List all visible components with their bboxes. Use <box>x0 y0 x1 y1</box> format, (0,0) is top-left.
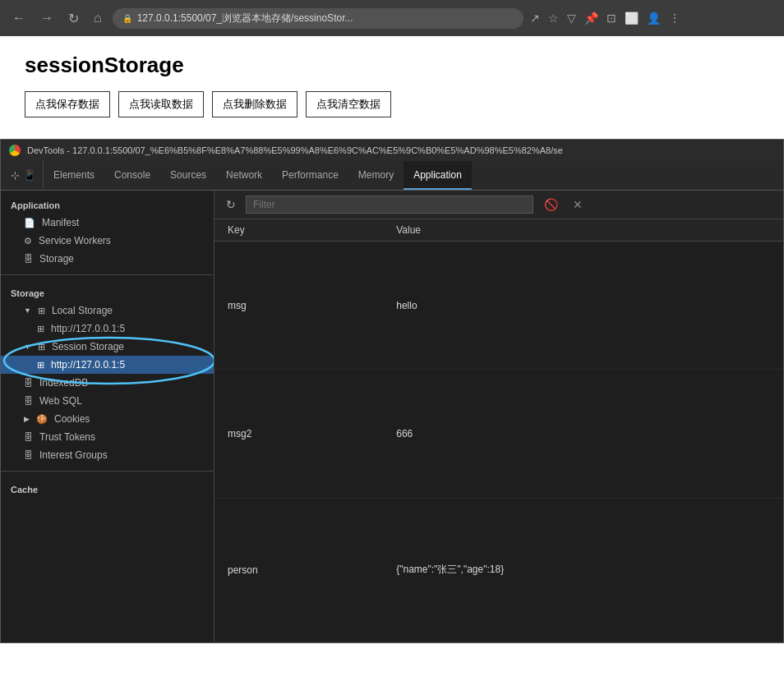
cookies-icon: 🍪 <box>36 414 48 425</box>
filter-cancel-icon[interactable]: 🚫 <box>540 196 562 213</box>
table-cell-key: msg2 <box>214 370 383 498</box>
delete-button[interactable]: 点我删除数据 <box>212 91 297 117</box>
devtools-icon-area: ⊹ 📱 <box>4 161 44 190</box>
sidebar-item-service-workers[interactable]: ⚙ Service Workers <box>1 232 214 250</box>
websql-icon: 🗄 <box>24 396 33 406</box>
tab-elements[interactable]: Elements <box>44 161 104 190</box>
address-bar[interactable]: 🔒 127.0.0.1:5500/07_浏览器本地存储/sessinoStor.… <box>113 8 523 29</box>
tab-console[interactable]: Console <box>104 161 160 190</box>
local-storage-icon: ⊞ <box>38 306 45 316</box>
sidebar-header-cache: Cache <box>1 478 214 498</box>
table-row[interactable]: person{"name":"张三","age":18} <box>214 498 783 642</box>
sidebar-section-storage: Storage ▼ ⊞ Local Storage ⊞ http://127.0… <box>1 282 214 464</box>
devtools-device-icon[interactable]: 📱 <box>23 169 36 182</box>
page-content: sessionStorage 点我保存数据 点我读取数据 点我删除数据 点我清空… <box>0 36 784 139</box>
clear-button[interactable]: 点我清空数据 <box>306 91 391 117</box>
page-title: sessionStorage <box>25 53 759 78</box>
devtools-window: DevTools - 127.0.0.1:5500/07_%E6%B5%8F%E… <box>0 139 784 643</box>
sidebar-item-local-storage[interactable]: ▼ ⊞ Local Storage <box>1 301 214 320</box>
button-row: 点我保存数据 点我读取数据 点我删除数据 点我清空数据 <box>25 91 759 117</box>
forward-button[interactable]: → <box>36 9 58 27</box>
save-button[interactable]: 点我保存数据 <box>25 91 110 117</box>
table-cell-key: msg <box>214 242 383 370</box>
devtools-cursor-icon[interactable]: ⊹ <box>11 169 20 182</box>
tab-application[interactable]: Application <box>404 161 472 190</box>
devtools-sidebar: Application 📄 Manifest ⚙ Service Workers… <box>1 191 214 642</box>
filter-clear-button[interactable]: ✕ <box>569 196 587 213</box>
sidebar-item-manifest[interactable]: 📄 Manifest <box>1 214 214 232</box>
tab-performance[interactable]: Performance <box>272 161 348 190</box>
bookmark-icon[interactable]: ☆ <box>548 12 559 25</box>
sidebar-item-indexeddb[interactable]: 🗄 IndexedDB <box>1 374 214 392</box>
filter-input[interactable] <box>246 196 533 214</box>
session-storage-group: ▼ ⊞ Session Storage ⊞ http://127.0.0.1:5 <box>1 338 214 374</box>
devtools-title: DevTools - 127.0.0.1:5500/07_%E6%B5%8F%E… <box>27 145 563 155</box>
session-storage-url-icon: ⊞ <box>37 360 44 371</box>
window-icon[interactable]: ⬜ <box>625 12 639 25</box>
sidebar-item-storage-app[interactable]: 🗄 Storage <box>1 250 214 268</box>
table-cell-value: 666 <box>383 370 783 498</box>
col-header-key: Key <box>214 219 383 242</box>
session-storage-arrow: ▼ <box>24 343 31 351</box>
profile-icon[interactable]: 👤 <box>647 12 661 25</box>
service-workers-icon: ⚙ <box>24 236 32 246</box>
storage-app-icon: 🗄 <box>24 254 33 264</box>
table-row[interactable]: msghello <box>214 242 783 370</box>
tab-sources[interactable]: Sources <box>160 161 216 190</box>
manifest-icon: 📄 <box>24 218 35 228</box>
indexeddb-icon: 🗄 <box>24 378 33 388</box>
sidebar-divider-1 <box>1 274 214 275</box>
url-text: 127.0.0.1:5500/07_浏览器本地存储/sessinoStor... <box>137 12 353 25</box>
extension2-icon[interactable]: 📌 <box>584 12 598 25</box>
table-cell-value: {"name":"张三","age":18} <box>383 498 783 642</box>
sidebar-item-trust-tokens[interactable]: 🗄 Trust Tokens <box>1 428 214 446</box>
extension1-icon[interactable]: ▽ <box>567 12 576 25</box>
browser-chrome: ← → ↻ ⌂ 🔒 127.0.0.1:5500/07_浏览器本地存储/sess… <box>0 0 784 36</box>
sidebar-item-session-storage-url[interactable]: ⊞ http://127.0.0.1:5 <box>1 356 214 374</box>
extension3-icon[interactable]: ⊡ <box>606 12 616 25</box>
sidebar-divider-2 <box>1 471 214 472</box>
local-storage-arrow: ▼ <box>24 306 31 315</box>
back-button[interactable]: ← <box>8 9 30 27</box>
sidebar-section-application: Application 📄 Manifest ⚙ Service Workers… <box>1 194 214 268</box>
sidebar-item-session-storage[interactable]: ▼ ⊞ Session Storage <box>1 338 214 356</box>
main-toolbar: ↻ 🚫 ✕ <box>214 191 783 219</box>
cookies-arrow: ▶ <box>24 415 30 423</box>
sidebar-header-storage: Storage <box>1 282 214 301</box>
lock-icon: 🔒 <box>122 14 132 23</box>
tab-network[interactable]: Network <box>216 161 272 190</box>
devtools-tabs: ⊹ 📱 Elements Console Sources Network Per… <box>1 161 783 191</box>
sidebar-item-interest-groups[interactable]: 🗄 Interest Groups <box>1 446 214 464</box>
sidebar-section-cache: Cache <box>1 478 214 498</box>
menu-icon[interactable]: ⋮ <box>669 12 680 25</box>
sidebar-item-cookies[interactable]: ▶ 🍪 Cookies <box>1 410 214 428</box>
table-row[interactable]: msg2666 <box>214 370 783 498</box>
sidebar-item-local-storage-url[interactable]: ⊞ http://127.0.0.1:5 <box>1 320 214 338</box>
refresh-button[interactable]: ↻ <box>223 196 239 213</box>
table-cell-key: person <box>214 498 383 642</box>
home-button[interactable]: ⌂ <box>90 9 106 27</box>
tab-memory[interactable]: Memory <box>348 161 404 190</box>
session-storage-icon: ⊞ <box>38 342 45 352</box>
interest-groups-icon: 🗄 <box>24 450 33 460</box>
devtools-main-panel: ↻ 🚫 ✕ Key Value msghellomsg2666person{"n… <box>214 191 783 642</box>
devtools-titlebar: DevTools - 127.0.0.1:5500/07_%E6%B5%8F%E… <box>1 140 783 161</box>
col-header-value: Value <box>383 219 783 242</box>
share-icon[interactable]: ↗ <box>530 12 540 25</box>
browser-actions: ↗ ☆ ▽ 📌 ⊡ ⬜ 👤 ⋮ <box>530 12 680 25</box>
devtools-body: Application 📄 Manifest ⚙ Service Workers… <box>1 191 783 642</box>
local-storage-url-icon: ⊞ <box>37 324 44 334</box>
trust-tokens-icon: 🗄 <box>24 432 33 442</box>
table-cell-value: hello <box>383 242 783 370</box>
sidebar-header-application: Application <box>1 194 214 214</box>
storage-table: Key Value msghellomsg2666person{"name":"… <box>214 219 783 642</box>
reload-button[interactable]: ↻ <box>64 9 83 28</box>
read-button[interactable]: 点我读取数据 <box>118 91 204 117</box>
sidebar-item-websql[interactable]: 🗄 Web SQL <box>1 392 214 410</box>
devtools-chrome-icon <box>9 145 21 156</box>
